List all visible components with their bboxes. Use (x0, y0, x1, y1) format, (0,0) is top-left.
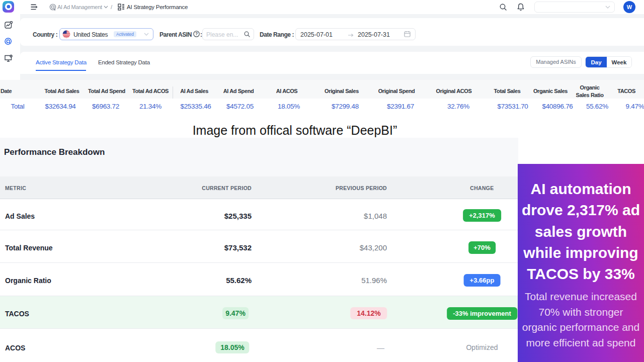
svg-text:?: ? (195, 31, 198, 36)
